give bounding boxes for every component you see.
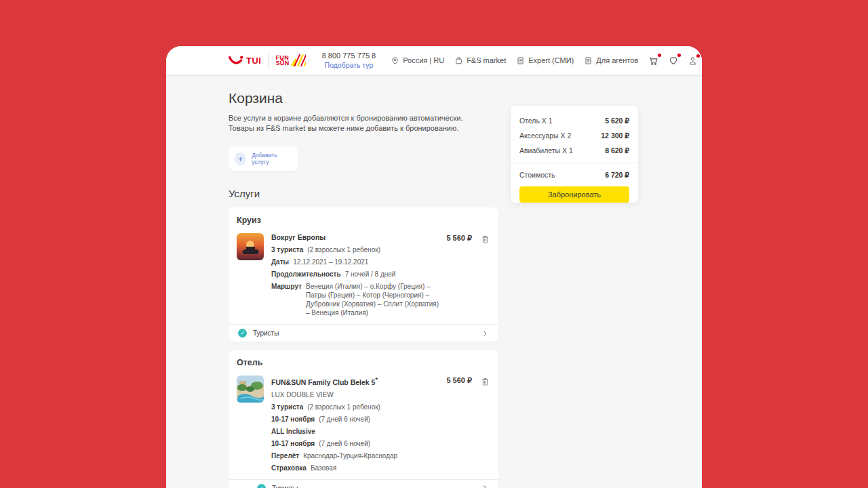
funsun-logo: FUN SUN & bbox=[275, 53, 305, 68]
site-header: TUI FUN SUN & bbox=[166, 46, 702, 75]
hotel-card: Отель bbox=[229, 350, 498, 488]
logo-divider bbox=[268, 52, 269, 68]
total-price: 6 720 ₽ bbox=[605, 171, 629, 179]
summary-accessories-price: 12 300 ₽ bbox=[601, 131, 629, 140]
hotel-dates-detail: (7 дней 6 ночей) bbox=[319, 415, 370, 424]
header-action-icons bbox=[648, 55, 698, 66]
tui-smile-icon bbox=[229, 55, 243, 66]
page-title: Корзина bbox=[229, 90, 498, 106]
summary-accessories-label: Аксессуары X 2 bbox=[519, 131, 571, 140]
check-circle-icon: ✓ bbox=[257, 484, 266, 488]
page-body: Корзина Все услуги в корзине добавляются… bbox=[166, 75, 702, 488]
cruise-details: Вокруг Европы 3 туриста (2 взрослых 1 ре… bbox=[271, 233, 441, 317]
hotel-dates: 10-17 ноября bbox=[271, 415, 315, 424]
nav-region[interactable]: Россия | RU bbox=[391, 56, 444, 65]
cart-page-panel: TUI FUN SUN & bbox=[166, 46, 702, 488]
nav-fs-market-label: F&S market bbox=[467, 56, 506, 64]
hotel-section-label: Отель bbox=[237, 358, 490, 367]
cruise-tourists-detail: (2 взрослых 1 ребенок) bbox=[307, 245, 380, 254]
user-icon[interactable] bbox=[688, 56, 698, 66]
cruise-dates-label: Даты bbox=[271, 258, 289, 266]
document-icon bbox=[584, 56, 593, 65]
logo-group[interactable]: TUI FUN SUN & bbox=[229, 52, 306, 68]
summary-column: Отель X 1 5 620 ₽ Аксессуары X 2 12 300 … bbox=[511, 75, 638, 488]
cruise-thumbnail bbox=[237, 233, 264, 260]
cart-description: Все услуги в корзине добавляются к брони… bbox=[229, 113, 482, 134]
cart-icon[interactable] bbox=[648, 55, 659, 66]
hotel-tourists-detail: (2 взрослых 1 ребенок) bbox=[307, 403, 380, 411]
location-pin-icon bbox=[391, 56, 399, 65]
hotel-title: FUN&SUN Family Club Belek 5* bbox=[271, 375, 441, 387]
hotel-tourists-row[interactable]: ✓ Туристы bbox=[229, 479, 498, 488]
bag-icon bbox=[454, 56, 463, 65]
book-button[interactable]: Забронировать bbox=[519, 186, 629, 203]
hotel-dates-2: 10-17 ноября bbox=[271, 439, 315, 448]
summary-hotel-label: Отель X 1 bbox=[519, 117, 553, 125]
main-column: Корзина Все услуги в корзине добавляются… bbox=[229, 75, 498, 488]
order-summary-panel: Отель X 1 5 620 ₽ Аксессуары X 2 12 300 … bbox=[511, 106, 638, 203]
hotel-details: FUN&SUN Family Club Belek 5* LUX DOUBLE … bbox=[271, 375, 441, 472]
hotel-stars: * bbox=[375, 376, 377, 383]
hotel-tourists-label: Туристы bbox=[272, 485, 298, 488]
hotel-meal-plan: ALL Inclusive bbox=[271, 427, 315, 436]
cruise-price: 5 560 ₽ bbox=[446, 234, 472, 243]
hotel-insurance-label: Страховка bbox=[271, 464, 307, 472]
summary-hotel-price: 5 620 ₽ bbox=[605, 117, 629, 125]
hotel-price: 5 560 ₽ bbox=[446, 376, 472, 385]
summary-row-accessories: Аксессуары X 2 12 300 ₽ bbox=[519, 128, 629, 143]
nav-region-label: Россия | RU bbox=[403, 56, 444, 64]
summary-total-row: Стоимость 6 720 ₽ bbox=[511, 163, 638, 180]
delete-cruise-button[interactable] bbox=[480, 234, 490, 245]
hotel-tourists-count: 3 туриста bbox=[271, 403, 303, 411]
add-service-label: Добавить услугу bbox=[252, 152, 292, 165]
total-label: Стоимость bbox=[519, 171, 555, 179]
cruise-route-value: Венеция (Италия) – о.Корфу (Греция) – Па… bbox=[306, 282, 441, 317]
cruise-duration-label: Продолжительность bbox=[271, 270, 341, 279]
nav-agents[interactable]: Для агентов bbox=[584, 56, 638, 65]
delete-hotel-button[interactable] bbox=[480, 376, 490, 387]
hotel-room-type: LUX DOUBLE VIEW bbox=[271, 390, 334, 399]
summary-flights-label: Авиабилеты X 1 bbox=[519, 146, 573, 155]
add-service-button[interactable]: + Добавить услугу bbox=[229, 146, 298, 171]
hotel-flight-label: Перелёт bbox=[271, 451, 299, 460]
cruise-dates-value: 12.12.2021 – 19.12.2021 bbox=[293, 258, 368, 266]
cruise-route-label: Маршрут bbox=[271, 282, 302, 317]
nav-fs-market[interactable]: F&S market bbox=[454, 56, 506, 65]
cruise-duration-value: 7 ночей / 8 дней bbox=[345, 270, 396, 279]
pick-tour-link[interactable]: Подобрать тур bbox=[322, 61, 376, 69]
check-circle-icon: ✓ bbox=[238, 329, 247, 338]
chevron-right-icon bbox=[481, 329, 489, 338]
cruise-title: Вокруг Европы bbox=[271, 233, 441, 242]
nav-expert-label: Expert (СМИ) bbox=[528, 56, 574, 64]
cruise-tourists-label: Туристы bbox=[253, 329, 279, 337]
nav-agents-label: Для агентов bbox=[596, 56, 638, 64]
heart-icon[interactable] bbox=[668, 55, 679, 66]
hotel-thumbnail bbox=[237, 375, 264, 403]
main-nav: Россия | RU F&S market E bbox=[391, 56, 638, 65]
funsun-ampersand: & bbox=[281, 58, 283, 62]
summary-row-hotel: Отель X 1 5 620 ₽ bbox=[519, 113, 629, 128]
tui-logo-text: TUI bbox=[246, 56, 261, 66]
document-icon bbox=[516, 56, 525, 65]
nav-expert[interactable]: Expert (СМИ) bbox=[516, 56, 574, 65]
tui-logo: TUI bbox=[229, 55, 261, 66]
hotel-dates-2-detail: (7 дней 6 ночей) bbox=[319, 439, 370, 448]
cruise-tourists-row[interactable]: ✓ Туристы bbox=[229, 324, 498, 342]
summary-row-flights: Авиабилеты X 1 8 620 ₽ bbox=[519, 143, 629, 158]
cruise-section-label: Круиз bbox=[237, 216, 490, 225]
hotel-insurance-value: Базовая bbox=[311, 464, 336, 472]
summary-flights-price: 8 620 ₽ bbox=[605, 146, 629, 155]
hotel-flight-value: Краснодар-Турция-Краснодар bbox=[303, 451, 397, 460]
cruise-tourists-count: 3 туриста bbox=[271, 245, 303, 254]
phone-number: 8 800 775 775 8 bbox=[322, 52, 376, 60]
services-heading: Услуги bbox=[229, 188, 498, 199]
chevron-right-icon bbox=[481, 484, 489, 488]
sun-rays-icon bbox=[290, 53, 306, 68]
phone-block: 8 800 775 775 8 Подобрать тур bbox=[322, 52, 376, 69]
cruise-card: Круиз bbox=[229, 207, 498, 342]
plus-icon: + bbox=[235, 152, 246, 165]
